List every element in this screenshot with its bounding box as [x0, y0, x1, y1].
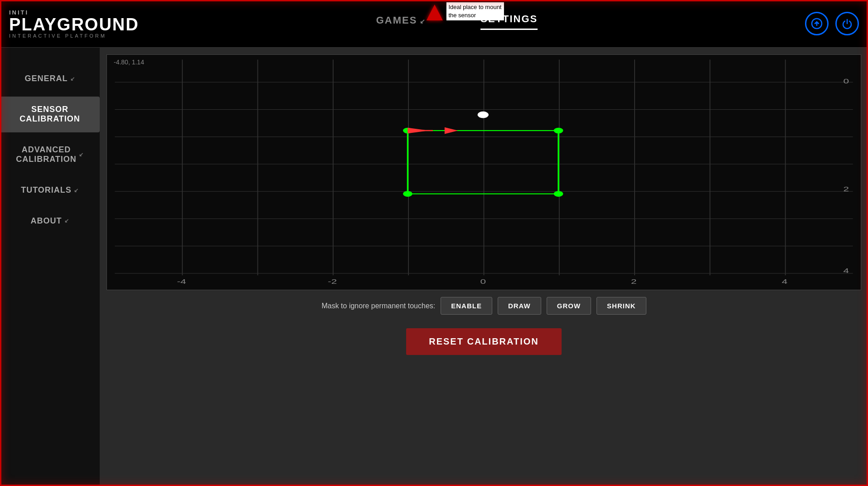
shrink-button[interactable]: SHRINK	[596, 297, 646, 315]
canvas-area[interactable]: -4.80, 1.14 -4 -2 0 2 4	[107, 54, 861, 290]
sidebar-item-general[interactable]: GENERAL ↙	[0, 66, 100, 92]
nav-center: Ideal place to mountthe sensor GAMES ↙ S…	[109, 13, 805, 34]
svg-text:2: 2	[631, 278, 637, 285]
upload-icon	[811, 18, 823, 29]
nav-games[interactable]: GAMES ↙	[376, 15, 427, 30]
coord-label: -4.80, 1.14	[114, 58, 144, 66]
reset-area: RESET CALIBRATION	[107, 321, 861, 362]
svg-text:4: 4	[782, 278, 788, 285]
corner-dot-bl	[403, 191, 412, 197]
svg-text:2: 2	[843, 186, 849, 193]
logo-area: INITI PLAYGROUND INTERACTIVE PLATFORM	[9, 9, 109, 39]
arrow-up-icon	[426, 5, 442, 20]
logo-sub: INTERACTIVE PLATFORM	[9, 33, 109, 39]
power-icon-btn[interactable]	[835, 12, 859, 35]
header-right	[805, 12, 859, 35]
draw-button[interactable]: DRAW	[498, 297, 541, 315]
grow-button[interactable]: GROW	[547, 297, 591, 315]
svg-text:4: 4	[843, 267, 849, 274]
upload-icon-btn[interactable]	[805, 12, 829, 35]
power-icon	[841, 18, 853, 29]
reset-calibration-button[interactable]: RESET CALIBRATION	[406, 328, 562, 355]
sidebar-item-sensor-calibration[interactable]: SENSORCALIBRATION	[0, 97, 100, 132]
mask-label: Mask to ignore permanent touches:	[321, 302, 435, 310]
sidebar-item-about[interactable]: ABOUT ↙	[0, 208, 100, 234]
svg-text:0: 0	[480, 278, 486, 285]
corner-dot-tr	[554, 128, 563, 134]
sidebar-item-advanced-calibration[interactable]: ADVANCEDCALIBRATION ↙	[0, 137, 100, 173]
svg-text:-2: -2	[328, 278, 337, 285]
svg-text:0: 0	[843, 78, 849, 85]
logo-main: PLAYGROUND	[9, 16, 109, 33]
calibration-rect	[407, 131, 558, 194]
nav-settings[interactable]: SETTINGS	[480, 13, 538, 30]
main-content: -4.80, 1.14 -4 -2 0 2 4	[100, 48, 868, 486]
arrowhead	[445, 127, 458, 134]
svg-text:-4: -4	[177, 278, 186, 285]
corner-dot-br	[554, 191, 563, 197]
sidebar-item-tutorials[interactable]: TUTORIALS ↙	[0, 177, 100, 204]
sensor-dot	[478, 112, 489, 118]
mask-controls: Mask to ignore permanent touches: ENABLE…	[107, 290, 861, 321]
sidebar: GENERAL ↙ SENSORCALIBRATION ADVANCEDCALI…	[0, 48, 100, 486]
header: INITI PLAYGROUND INTERACTIVE PLATFORM Id…	[0, 0, 868, 48]
enable-button[interactable]: ENABLE	[441, 297, 492, 315]
calibration-grid: -4 -2 0 2 4 0 2 4	[107, 55, 861, 290]
